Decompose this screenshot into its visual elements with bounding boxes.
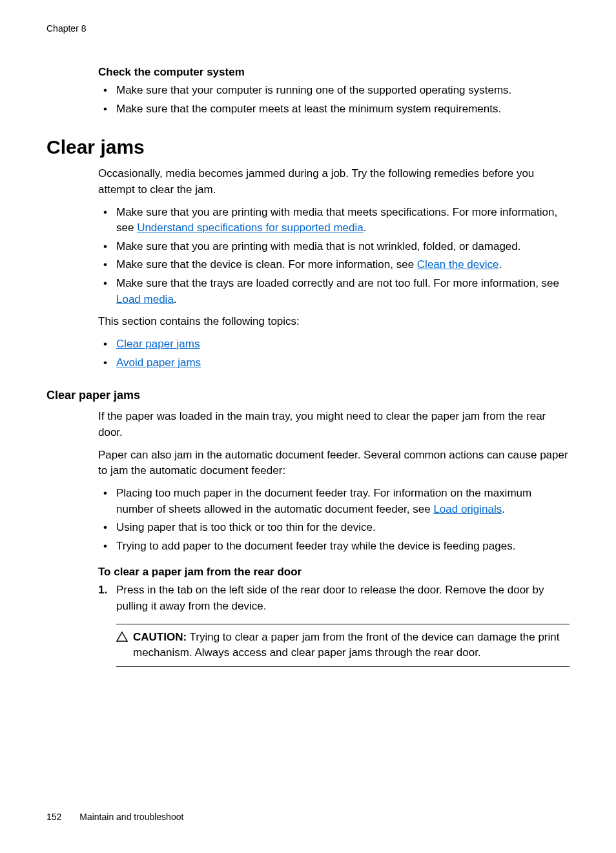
caution-box: CAUTION: Trying to clear a paper jam fro… xyxy=(116,624,570,667)
list-item: Make sure that you are printing with med… xyxy=(98,239,570,255)
link-clear-paper-jams[interactable]: Clear paper jams xyxy=(116,338,200,350)
paragraph: If the paper was loaded in the main tray… xyxy=(98,409,570,440)
list-item: Make sure that the device is clean. For … xyxy=(98,257,570,273)
list-item: Placing too much paper in the document f… xyxy=(98,486,570,517)
list-item: Clear paper jams xyxy=(98,336,570,353)
svg-marker-0 xyxy=(117,632,127,641)
caution-label: CAUTION: xyxy=(133,631,187,643)
topics-intro: This section contains the following topi… xyxy=(98,314,570,330)
check-system-section: Check the computer system Make sure that… xyxy=(98,66,570,117)
link-clean-device[interactable]: Clean the device xyxy=(417,258,499,271)
text: . xyxy=(364,221,367,234)
link-avoid-paper-jams[interactable]: Avoid paper jams xyxy=(116,356,201,369)
chapter-header: Chapter 8 xyxy=(46,23,570,34)
footer-section: Maintain and troubleshoot xyxy=(79,812,183,822)
step-number: 1. xyxy=(98,582,107,599)
caution-text: Trying to clear a paper jam from the fro… xyxy=(133,631,559,659)
list-item: Using paper that is too thick or too thi… xyxy=(98,520,570,536)
clear-paper-jams-heading: Clear paper jams xyxy=(46,389,570,402)
link-load-originals[interactable]: Load originals xyxy=(433,503,502,515)
link-media-specs[interactable]: Understand specifications for supported … xyxy=(137,221,364,234)
intro-paragraph: Occasionally, media becomes jammed durin… xyxy=(98,166,570,198)
text: . xyxy=(174,293,177,305)
clear-jams-content: Occasionally, media becomes jammed durin… xyxy=(98,166,570,371)
step-item: 1. Press in the tab on the left side of … xyxy=(98,582,570,614)
text: . xyxy=(498,258,502,271)
text: . xyxy=(502,503,505,515)
list-item: Make sure that the computer meets at lea… xyxy=(98,101,570,118)
paragraph: Paper can also jam in the automatic docu… xyxy=(98,447,570,479)
step-text: Press in the tab on the left side of the… xyxy=(116,584,544,612)
clear-jams-heading: Clear jams xyxy=(46,136,570,158)
list-item: Avoid paper jams xyxy=(98,355,570,371)
check-system-heading: Check the computer system xyxy=(98,66,570,79)
list-item: Make sure that the trays are loaded corr… xyxy=(98,276,570,307)
list-item: Trying to add paper to the document feed… xyxy=(98,539,570,555)
clear-paper-jams-content: If the paper was loaded in the main tray… xyxy=(98,409,570,667)
caution-icon xyxy=(116,631,128,647)
list-item: Make sure that your computer is running … xyxy=(98,83,570,99)
page-number: 152 xyxy=(46,812,61,822)
procedure-heading: To clear a paper jam from the rear door xyxy=(98,566,570,579)
text: Make sure that the device is clean. For … xyxy=(116,258,417,271)
list-item: Make sure that you are printing with med… xyxy=(98,205,570,236)
link-load-media[interactable]: Load media xyxy=(116,293,174,305)
text: Make sure that the trays are loaded corr… xyxy=(116,277,559,289)
page-footer: 152 Maintain and troubleshoot xyxy=(46,812,183,822)
